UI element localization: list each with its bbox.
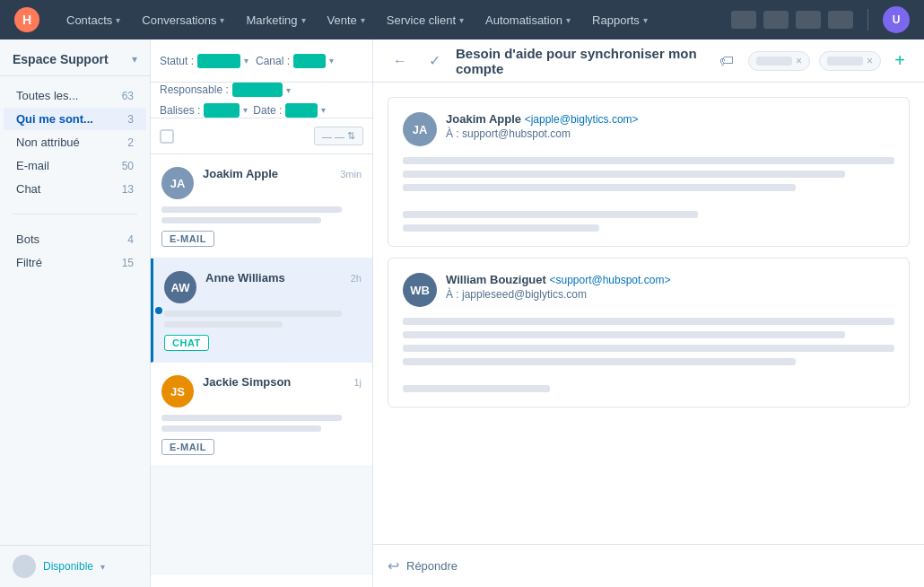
nav-divider bbox=[867, 9, 868, 31]
sidebar-item-bots[interactable]: Bots 4 bbox=[4, 228, 146, 250]
filter-balises-value[interactable] bbox=[204, 103, 240, 118]
sidebar-section-secondary: Bots 4 Filtré 15 bbox=[0, 220, 150, 282]
tag-icon[interactable]: 🏷 bbox=[714, 48, 739, 74]
reply-button[interactable]: Répondre bbox=[406, 559, 458, 573]
filter-bar-2: Responsable : ▾ Balises : ▾ Date : ▾ bbox=[151, 83, 372, 118]
nav-box-2[interactable] bbox=[763, 11, 789, 29]
sidebar-item-qui-me-sont[interactable]: Qui me sont... 3 bbox=[4, 108, 146, 130]
sidebar-item-toutes[interactable]: Toutes les... 63 bbox=[4, 84, 146, 107]
conv-tag-email: E-MAIL bbox=[161, 231, 214, 247]
sidebar-section-main: Toutes les... 63 Qui me sont... 3 Non at… bbox=[0, 76, 150, 208]
check-button[interactable]: ✓ bbox=[422, 48, 447, 74]
tag-label bbox=[756, 57, 792, 66]
conv-item-jackie[interactable]: JS Jackie Simpson 1j E-MAIL bbox=[151, 363, 372, 467]
sidebar-item-non-attribue[interactable]: Non attribué 2 bbox=[4, 131, 146, 153]
nav-service-client[interactable]: Service client ▾ bbox=[378, 10, 473, 31]
add-tag-button[interactable]: + bbox=[890, 51, 910, 71]
message-thread: JA Joakim Apple <japple@biglytics.com> À… bbox=[373, 83, 924, 544]
conv-tag-chat: CHAT bbox=[164, 335, 209, 351]
filter-date-value[interactable] bbox=[285, 103, 318, 118]
sender-avatar: WB bbox=[403, 273, 437, 307]
sidebar-header: Espace Support ▾ bbox=[0, 39, 150, 76]
filter-statut-label: Statut : bbox=[160, 55, 194, 67]
conversation-subject: Besoin d'aide pour synchroniser mon comp… bbox=[456, 46, 705, 76]
conv-item-joakim[interactable]: JA Joakim Apple 3min E-MAIL bbox=[151, 154, 372, 258]
nav-contacts[interactable]: Contacts ▾ bbox=[57, 10, 129, 31]
select-all-checkbox[interactable] bbox=[160, 129, 174, 144]
sender-email[interactable]: <japple@biglytics.com> bbox=[525, 113, 639, 126]
preview-line bbox=[164, 311, 342, 317]
filter-date-label: Date : bbox=[253, 104, 282, 117]
chevron-down-icon: ▾ bbox=[116, 15, 120, 25]
chevron-down-icon: ▾ bbox=[459, 15, 464, 25]
avatar: JS bbox=[161, 375, 194, 407]
nav-automatisation[interactable]: Automatisation ▾ bbox=[476, 10, 580, 31]
nav-box-4[interactable] bbox=[828, 11, 853, 29]
sender-name: Joakim Apple bbox=[446, 112, 521, 126]
filter-responsable-value[interactable] bbox=[232, 83, 283, 97]
filter-statut[interactable]: Statut : ▾ bbox=[160, 54, 248, 68]
conversation-list: JA Joakim Apple 3min E-MAIL bbox=[151, 154, 372, 587]
sidebar-item-email[interactable]: E-mail 50 bbox=[4, 154, 146, 177]
footer-avatar bbox=[13, 555, 36, 578]
topnav: H Contacts ▾ Conversations ▾ Marketing ▾… bbox=[0, 0, 924, 39]
tag-pill-1[interactable]: × bbox=[748, 51, 810, 71]
sender-email[interactable]: <support@hubspot.com> bbox=[549, 274, 670, 286]
conv-tag-email: E-MAIL bbox=[161, 439, 214, 455]
nav-marketing[interactable]: Marketing ▾ bbox=[237, 10, 314, 31]
conv-time: 2h bbox=[351, 273, 362, 284]
chevron-down-icon: ▾ bbox=[361, 15, 365, 25]
filter-balises[interactable]: Balises : ▾ bbox=[160, 103, 248, 118]
chevron-down-icon: ▾ bbox=[286, 85, 291, 95]
chevron-down-icon: ▾ bbox=[643, 15, 648, 25]
sidebar-title: Espace Support bbox=[13, 52, 109, 66]
nav-rapports[interactable]: Rapports ▾ bbox=[583, 10, 657, 31]
preview-line bbox=[161, 425, 321, 432]
avatar: AW bbox=[164, 271, 196, 303]
chevron-down-icon: ▾ bbox=[243, 105, 248, 115]
preview-line bbox=[161, 217, 321, 223]
filter-bar: Statut : ▾ Canal : ▾ bbox=[151, 39, 372, 83]
message-body bbox=[403, 318, 894, 392]
sidebar-item-chat[interactable]: Chat 13 bbox=[4, 178, 146, 200]
sort-button[interactable]: — — ⇅ bbox=[314, 127, 363, 145]
chevron-down-icon[interactable]: ▾ bbox=[132, 53, 137, 66]
unread-indicator bbox=[155, 307, 162, 314]
sidebar-item-filtre[interactable]: Filtré 15 bbox=[4, 251, 146, 274]
chevron-down-icon: ▾ bbox=[100, 562, 105, 572]
chevron-down-icon: ▾ bbox=[220, 15, 224, 25]
conv-item-anne[interactable]: AW Anne Williams 2h CHAT bbox=[151, 258, 372, 363]
nav-box-3[interactable] bbox=[796, 11, 821, 29]
sidebar: Espace Support ▾ Toutes les... 63 Qui me… bbox=[0, 39, 151, 587]
close-icon[interactable]: × bbox=[796, 55, 802, 67]
sidebar-divider bbox=[13, 214, 137, 215]
center-panel: Statut : ▾ Canal : ▾ Responsable : ▾ Bal… bbox=[151, 39, 373, 587]
sidebar-footer[interactable]: Disponible ▾ bbox=[0, 545, 150, 587]
filter-canal-value[interactable] bbox=[293, 54, 326, 68]
preview-line bbox=[161, 415, 342, 421]
filter-balises-label: Balises : bbox=[160, 104, 200, 117]
close-icon[interactable]: × bbox=[867, 55, 873, 67]
conv-name: Anne Williams bbox=[205, 271, 285, 285]
filter-date[interactable]: Date : ▾ bbox=[253, 103, 326, 118]
reply-footer: ↩ Répondre bbox=[373, 544, 924, 587]
preview-line bbox=[161, 206, 342, 213]
filter-responsable-label: Responsable : bbox=[160, 83, 229, 96]
back-button[interactable]: ← bbox=[388, 48, 413, 74]
user-avatar[interactable]: U bbox=[883, 6, 910, 33]
chevron-down-icon: ▾ bbox=[301, 15, 306, 25]
filter-statut-value[interactable] bbox=[197, 54, 240, 68]
message-to: À : support@hubspot.com bbox=[446, 127, 639, 140]
nav-vente[interactable]: Vente ▾ bbox=[318, 10, 374, 31]
conv-preview-lines bbox=[164, 311, 362, 328]
hubspot-logo[interactable]: H bbox=[14, 7, 39, 32]
filter-responsable[interactable]: Responsable : ▾ bbox=[160, 83, 291, 97]
conv-preview-lines bbox=[161, 415, 362, 432]
nav-items: Contacts ▾ Conversations ▾ Marketing ▾ V… bbox=[57, 10, 713, 31]
nav-conversations[interactable]: Conversations ▾ bbox=[133, 10, 233, 31]
filter-canal[interactable]: Canal : ▾ bbox=[256, 54, 334, 68]
chevron-down-icon: ▾ bbox=[244, 56, 248, 66]
nav-box-1[interactable] bbox=[731, 11, 756, 29]
tag-pill-2[interactable]: × bbox=[819, 51, 881, 71]
topnav-right: U bbox=[731, 6, 910, 33]
